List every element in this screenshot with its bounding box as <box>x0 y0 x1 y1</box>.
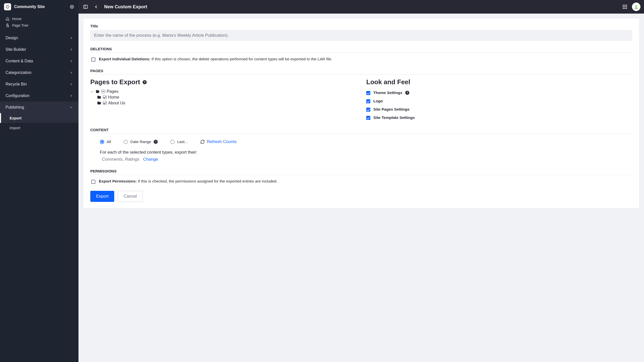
pages-layout: Pages to Export ? – Pages Home <box>90 78 366 122</box>
sidebar-link-label: Home <box>12 17 21 21</box>
sidebar: Community Site Home Page Tree Design Sit… <box>0 0 78 205</box>
pages-heading: PAGES <box>90 69 366 75</box>
sidebar-settings-button[interactable] <box>69 4 74 9</box>
chevron-right-icon <box>69 48 73 51</box>
chevron-down-icon <box>69 106 73 109</box>
content-selections-row: Comments, Ratings Change <box>90 155 366 163</box>
sidebar-sections: Design Site Builder Content & Data Categ… <box>0 32 78 133</box>
tree-row: About Us <box>90 100 356 106</box>
title-label: Title <box>90 24 366 28</box>
content-selections: Comments, Ratings <box>102 157 139 162</box>
svg-marker-1 <box>7 6 8 7</box>
deletions-desc: If this option is chosen, the delete ope… <box>151 57 332 61</box>
back-button[interactable] <box>93 3 100 10</box>
chevron-left-icon <box>94 4 99 9</box>
page-title: New Custom Export <box>104 4 147 10</box>
tree-icon <box>6 23 10 27</box>
chevron-right-icon <box>69 36 73 40</box>
tree-row: Home <box>90 94 356 100</box>
content-subtext: For each of the selected content types, … <box>90 145 366 155</box>
site-name[interactable]: Community Site <box>14 5 66 9</box>
refresh-counts-button[interactable]: Refresh Counts <box>200 139 236 144</box>
folder-icon <box>97 101 101 105</box>
tree-label[interactable]: About Us <box>108 101 125 105</box>
permissions-label: Export Permissions: <box>99 179 137 183</box>
deletions-heading: DELETIONS <box>90 47 366 53</box>
sidebar-section-sitebuilder[interactable]: Site Builder <box>0 44 78 55</box>
sidebar-item-export[interactable]: Export <box>0 113 78 123</box>
sidebar-item-import[interactable]: Import <box>0 123 78 133</box>
sidebar-quicklinks: Home Page Tree <box>0 14 78 31</box>
svg-rect-6 <box>7 24 8 24</box>
sidebar-link-pagetree[interactable]: Page Tree <box>0 22 78 29</box>
form-buttons: Export Cancel <box>90 191 366 202</box>
sidebar-section-publishing[interactable]: Publishing <box>0 102 78 113</box>
pages-export-heading: Pages to Export ? <box>90 78 356 86</box>
change-link[interactable]: Change <box>143 157 158 162</box>
sidebar-section-categorization[interactable]: Categorization <box>0 67 78 78</box>
pages-tree: – Pages Home About Us <box>90 88 356 106</box>
folder-open-icon <box>95 89 100 94</box>
chevron-right-icon <box>69 59 73 63</box>
svg-rect-7 <box>84 5 88 8</box>
export-deletions-checkbox[interactable] <box>91 58 95 62</box>
help-icon[interactable]: ? <box>154 140 158 144</box>
tree-root-label[interactable]: Pages <box>107 89 118 94</box>
site-logo[interactable] <box>4 3 11 10</box>
chevron-right-icon <box>69 94 73 98</box>
folder-icon <box>97 95 101 100</box>
sidebar-header: Community Site <box>0 0 78 14</box>
tree-checkbox-about[interactable] <box>103 101 107 105</box>
permissions-row: Export Permissions: If this is checked, … <box>90 175 366 185</box>
svg-point-2 <box>70 5 73 8</box>
content-range-radios: All Date Range ? Last... Refresh Counts <box>90 134 366 145</box>
radio-input[interactable] <box>170 140 175 144</box>
pages-export-col: Pages to Export ? – Pages Home <box>90 78 356 122</box>
tree-row-root: – Pages <box>90 88 356 94</box>
svg-rect-5 <box>8 26 9 27</box>
content-heading: CONTENT <box>90 128 366 134</box>
home-icon <box>6 17 10 21</box>
radio-input[interactable] <box>100 140 104 144</box>
export-form-card: Title DELETIONS Export Individual Deleti… <box>83 18 366 205</box>
toggle-sidebar-button[interactable] <box>82 3 89 10</box>
title-input[interactable] <box>90 30 366 41</box>
refresh-icon <box>200 140 205 144</box>
target-icon <box>69 4 74 9</box>
main: Title DELETIONS Export Individual Deleti… <box>78 14 366 205</box>
sidebar-section-configuration[interactable]: Configuration <box>0 90 78 102</box>
export-button[interactable]: Export <box>90 191 114 202</box>
radio-input[interactable] <box>124 140 128 144</box>
radio-last[interactable]: Last... <box>170 140 188 144</box>
svg-point-3 <box>71 6 73 8</box>
tree-checkbox-home[interactable] <box>103 95 107 99</box>
sidebar-link-label: Page Tree <box>12 23 28 27</box>
sidebar-section-design[interactable]: Design <box>0 32 78 44</box>
help-icon[interactable]: ? <box>143 80 147 84</box>
export-permissions-checkbox[interactable] <box>91 180 95 184</box>
permissions-heading: PERMISSIONS <box>90 169 366 175</box>
sidebar-section-recyclebin[interactable]: Recycle Bin <box>0 78 78 90</box>
radio-all[interactable]: All <box>100 140 111 144</box>
permissions-desc: If this is checked, the permissions assi… <box>138 179 277 183</box>
tree-collapse-button[interactable]: – <box>90 89 94 94</box>
deletions-row: Export Individual Deletions: If this opt… <box>90 53 366 63</box>
tree-label[interactable]: Home <box>108 95 119 100</box>
topbar: New Custom Export <box>78 0 366 14</box>
svg-rect-4 <box>8 25 9 26</box>
compass-icon <box>6 5 10 9</box>
tree-root-checkbox[interactable] <box>101 89 105 93</box>
radio-daterange[interactable]: Date Range ? <box>124 140 158 144</box>
deletions-label: Export Individual Deletions: <box>99 57 150 61</box>
sidebar-section-contentdata[interactable]: Content & Data <box>0 55 78 67</box>
panel-icon <box>83 4 88 9</box>
chevron-right-icon <box>69 82 73 86</box>
cancel-button[interactable]: Cancel <box>118 191 143 202</box>
chevron-right-icon <box>69 71 73 74</box>
publishing-subitems: Export Import <box>0 113 78 133</box>
sidebar-link-home[interactable]: Home <box>0 16 78 22</box>
